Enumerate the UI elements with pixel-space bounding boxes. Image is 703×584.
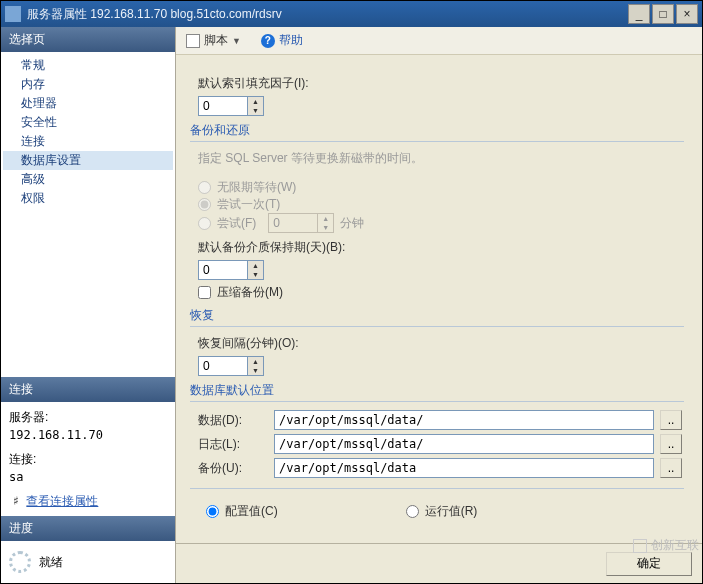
spin-up[interactable]: ▲: [248, 261, 263, 270]
page-security[interactable]: 安全性: [3, 113, 173, 132]
maximize-button[interactable]: □: [652, 4, 674, 24]
server-value: 192.168.11.70: [9, 426, 167, 444]
content-area: 默认索引填充因子(I): ▲▼ 备份和还原 指定 SQL Server 等待更换…: [176, 55, 702, 543]
backup-path-browse[interactable]: ..: [660, 458, 682, 478]
recovery-interval-input[interactable]: [198, 356, 248, 376]
backup-path-label: 备份(U):: [198, 460, 268, 477]
titlebar: 服务器属性 192.168.11.70 blog.51cto.com/rdsrv…: [1, 1, 702, 27]
data-path-label: 数据(D):: [198, 412, 268, 429]
right-pane: 脚本 ▼ ? 帮助 默认索引填充因子(I): ▲▼ 备份和还原: [176, 27, 702, 583]
fill-factor-label: 默认索引填充因子(I):: [198, 75, 309, 92]
spinner-icon: [9, 551, 31, 573]
connection-label: 连接:: [9, 450, 167, 468]
fill-factor-spinner[interactable]: ▲▼: [198, 96, 264, 116]
try-minutes-input: [268, 213, 318, 233]
help-icon: ?: [261, 34, 275, 48]
server-properties-window: 服务器属性 192.168.11.70 blog.51cto.com/rdsrv…: [0, 0, 703, 584]
media-retention-spinner[interactable]: ▲▼: [198, 260, 264, 280]
page-list: 常规 内存 处理器 安全性 连接 数据库设置 高级 权限: [1, 52, 175, 377]
page-memory[interactable]: 内存: [3, 75, 173, 94]
help-button[interactable]: ? 帮助: [257, 30, 307, 51]
recovery-interval-spinner[interactable]: ▲▼: [198, 356, 264, 376]
backup-restore-title: 备份和还原: [190, 122, 684, 139]
connection-header: 连接: [1, 377, 175, 402]
close-button[interactable]: ×: [676, 4, 698, 24]
radio-try-once: 尝试一次(T): [198, 196, 684, 213]
toolbar: 脚本 ▼ ? 帮助: [176, 27, 702, 55]
app-icon: [5, 6, 21, 22]
connection-panel: 服务器: 192.168.11.70 连接: sa ♯ 查看连接属性: [1, 402, 175, 516]
spin-down[interactable]: ▼: [248, 366, 263, 375]
log-path-input[interactable]: [274, 434, 654, 454]
backup-hint: 指定 SQL Server 等待更换新磁带的时间。: [198, 150, 684, 167]
radio-running[interactable]: 运行值(R): [406, 503, 478, 520]
script-icon: [186, 34, 200, 48]
window-body: 选择页 常规 内存 处理器 安全性 连接 数据库设置 高级 权限 连接 服务器:…: [1, 27, 702, 583]
minimize-button[interactable]: _: [628, 4, 650, 24]
data-path-browse[interactable]: ..: [660, 410, 682, 430]
page-permissions[interactable]: 权限: [3, 189, 173, 208]
radio-wait-indefinitely: 无限期等待(W): [198, 179, 684, 196]
chevron-down-icon: ▼: [232, 36, 241, 46]
media-retention-input[interactable]: [198, 260, 248, 280]
data-path-input[interactable]: [274, 410, 654, 430]
log-path-label: 日志(L):: [198, 436, 268, 453]
radio-try: 尝试(F) ▲▼ 分钟: [198, 213, 684, 233]
progress-header: 进度: [1, 516, 175, 541]
recovery-title: 恢复: [190, 307, 684, 324]
window-title: 服务器属性 192.168.11.70 blog.51cto.com/rdsrv: [27, 6, 626, 23]
spin-up[interactable]: ▲: [248, 97, 263, 106]
select-page-header: 选择页: [1, 27, 175, 52]
page-processors[interactable]: 处理器: [3, 94, 173, 113]
connection-value: sa: [9, 468, 167, 486]
spin-down[interactable]: ▼: [248, 270, 263, 279]
page-general[interactable]: 常规: [3, 56, 173, 75]
page-connections[interactable]: 连接: [3, 132, 173, 151]
compress-backup-check[interactable]: 压缩备份(M): [198, 284, 684, 301]
page-advanced[interactable]: 高级: [3, 170, 173, 189]
media-retention-label: 默认备份介质保持期(天)(B):: [198, 239, 345, 256]
view-connection-properties[interactable]: ♯ 查看连接属性: [9, 492, 167, 510]
properties-icon: ♯: [9, 492, 23, 510]
db-default-location-title: 数据库默认位置: [190, 382, 684, 399]
recovery-interval-label: 恢复间隔(分钟)(O):: [198, 335, 299, 352]
script-button[interactable]: 脚本 ▼: [182, 30, 245, 51]
page-database-settings[interactable]: 数据库设置: [3, 151, 173, 170]
server-label: 服务器:: [9, 408, 167, 426]
progress-status: 就绪: [39, 554, 63, 571]
left-pane: 选择页 常规 内存 处理器 安全性 连接 数据库设置 高级 权限 连接 服务器:…: [1, 27, 176, 583]
fill-factor-input[interactable]: [198, 96, 248, 116]
spin-down[interactable]: ▼: [248, 106, 263, 115]
radio-configured[interactable]: 配置值(C): [206, 503, 278, 520]
spin-up[interactable]: ▲: [248, 357, 263, 366]
footer: 确定: [176, 543, 702, 583]
backup-path-input[interactable]: [274, 458, 654, 478]
progress-panel: 就绪: [1, 541, 175, 583]
ok-button[interactable]: 确定: [606, 552, 692, 576]
log-path-browse[interactable]: ..: [660, 434, 682, 454]
